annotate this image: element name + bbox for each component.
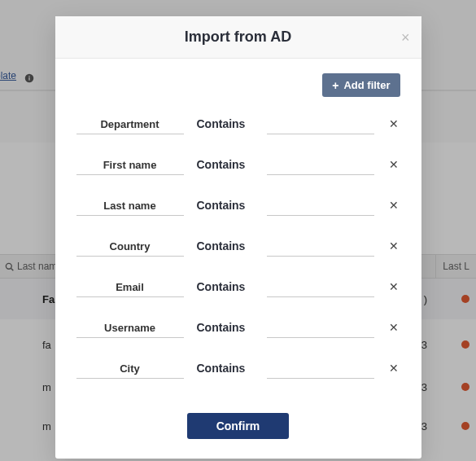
filter-value-input[interactable] [267,318,374,338]
close-icon[interactable]: × [401,30,410,45]
filter-value-input[interactable] [267,196,374,216]
filter-field-input[interactable] [76,196,184,216]
remove-filter-icon[interactable]: ✕ [387,199,400,212]
filter-value-input[interactable] [267,278,374,297]
filter-field-input[interactable] [76,115,184,134]
filter-value-input[interactable] [267,237,374,257]
filter-condition[interactable]: Contains [197,117,254,130]
filter-row: Contains✕ [76,156,400,175]
filter-condition[interactable]: Contains [197,321,254,334]
filter-row: Contains✕ [76,318,400,338]
modal-body: + Add filter Contains✕Contains✕Contains✕… [55,59,421,405]
confirm-button[interactable]: Confirm [187,413,290,439]
filter-row: Contains✕ [76,359,400,379]
remove-filter-icon[interactable]: ✕ [387,280,400,293]
filter-condition[interactable]: Contains [197,362,254,375]
filter-row: Contains✕ [76,196,400,216]
filter-field-input[interactable] [76,318,184,338]
filter-condition[interactable]: Contains [197,199,254,212]
remove-filter-icon[interactable]: ✕ [387,321,400,334]
filter-value-input[interactable] [267,115,374,134]
remove-filter-icon[interactable]: ✕ [387,158,400,171]
modal-footer: Confirm [55,405,421,459]
filter-row: Contains✕ [76,278,400,297]
modal-title: Import from AD [185,29,291,46]
filter-field-input[interactable] [76,278,184,297]
filters-list: Contains✕Contains✕Contains✕Contains✕Cont… [76,115,400,379]
filter-field-input[interactable] [76,359,184,379]
filter-condition[interactable]: Contains [197,239,254,252]
import-from-ad-modal: Import from AD × + Add filter Contains✕C… [55,16,421,459]
add-filter-button[interactable]: + Add filter [322,73,400,97]
filter-field-input[interactable] [76,156,184,175]
modal-header: Import from AD × [55,16,421,59]
remove-filter-icon[interactable]: ✕ [387,362,400,375]
remove-filter-icon[interactable]: ✕ [387,117,400,130]
filter-row: Contains✕ [76,115,400,134]
add-filter-label: Add filter [343,79,390,91]
filter-condition[interactable]: Contains [197,280,254,293]
filter-field-input[interactable] [76,237,184,257]
filter-value-input[interactable] [267,156,374,175]
filter-value-input[interactable] [267,359,374,379]
plus-icon: + [332,80,338,91]
filter-condition[interactable]: Contains [197,158,254,171]
modal-overlay[interactable]: Import from AD × + Add filter Contains✕C… [0,0,476,461]
add-filter-row: + Add filter [76,73,400,97]
filter-row: Contains✕ [76,237,400,257]
remove-filter-icon[interactable]: ✕ [387,239,400,252]
